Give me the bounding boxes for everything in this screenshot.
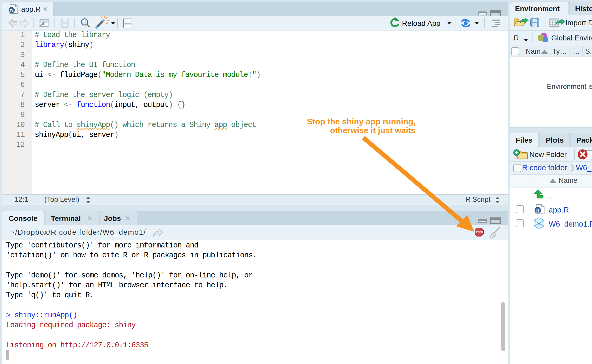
svg-text:R: R	[537, 220, 541, 227]
svg-text:R: R	[10, 8, 13, 13]
svg-text:R: R	[536, 208, 540, 214]
svg-text:Import Dataset: Import Dataset	[565, 19, 592, 27]
svg-text:Reload App: Reload App	[402, 19, 440, 27]
